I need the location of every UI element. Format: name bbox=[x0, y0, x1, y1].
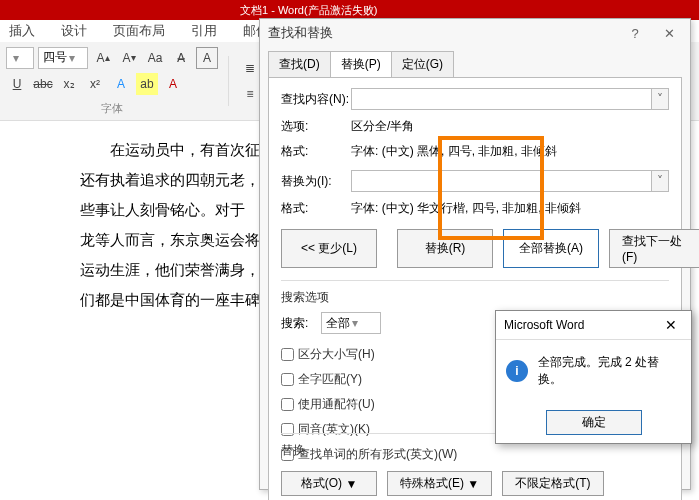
chk-whole[interactable]: 全字匹配(Y) bbox=[281, 371, 457, 388]
options-value: 区分全/半角 bbox=[351, 118, 669, 135]
find-format-label: 格式: bbox=[281, 143, 351, 160]
noformat-button[interactable]: 不限定格式(T) bbox=[502, 471, 603, 496]
underline-icon[interactable]: U bbox=[6, 73, 28, 95]
font-name-combo[interactable]: ▾ bbox=[6, 47, 34, 69]
special-button[interactable]: 特殊格式(E) ▼ bbox=[387, 471, 492, 496]
word-titlebar: 文档1 - Word(产品激活失败) bbox=[0, 0, 699, 20]
tab-insert[interactable]: 插入 bbox=[5, 20, 39, 42]
replace-section-title: 替换 bbox=[281, 442, 669, 459]
bullets-icon[interactable]: ≣ bbox=[239, 57, 261, 79]
clear-format-icon[interactable]: A̶ bbox=[170, 47, 192, 69]
replace-format-value: 字体: (中文) 华文行楷, 四号, 非加粗, 非倾斜 bbox=[351, 200, 669, 217]
superscript-icon[interactable]: x² bbox=[84, 73, 106, 95]
grow-font-icon[interactable]: A▴ bbox=[92, 47, 114, 69]
tab-goto[interactable]: 定位(G) bbox=[391, 51, 454, 77]
separator bbox=[228, 56, 229, 106]
replace-input[interactable]: ˅ bbox=[351, 170, 669, 192]
align-left-icon[interactable]: ≡ bbox=[239, 83, 261, 105]
tab-references[interactable]: 引用 bbox=[187, 20, 221, 42]
replace-button[interactable]: 替换(R) bbox=[397, 229, 493, 268]
dialog-tabs: 查找(D) 替换(P) 定位(G) bbox=[268, 51, 682, 77]
msgbox-titlebar[interactable]: Microsoft Word ✕ bbox=[496, 311, 691, 340]
highlight-icon[interactable]: ab bbox=[136, 73, 158, 95]
close-icon[interactable]: ✕ bbox=[656, 26, 682, 41]
tab-layout[interactable]: 页面布局 bbox=[109, 20, 169, 42]
ok-button[interactable]: 确定 bbox=[546, 410, 642, 435]
find-label: 查找内容(N): bbox=[281, 91, 351, 108]
chk-wild[interactable]: 使用通配符(U) bbox=[281, 396, 457, 413]
replace-format-label: 格式: bbox=[281, 200, 351, 217]
shrink-font-icon[interactable]: A▾ bbox=[118, 47, 140, 69]
font-size-combo[interactable]: 四号▾ bbox=[38, 47, 88, 69]
format-button[interactable]: 格式(O) ▼ bbox=[281, 471, 377, 496]
chk-case[interactable]: 区分大小写(H) bbox=[281, 346, 457, 363]
info-icon: i bbox=[506, 360, 528, 382]
help-icon[interactable]: ? bbox=[622, 26, 648, 41]
chevron-down-icon[interactable]: ˅ bbox=[651, 89, 668, 109]
close-icon[interactable]: ✕ bbox=[659, 317, 683, 333]
find-input[interactable]: ˅ bbox=[351, 88, 669, 110]
text-effects-icon[interactable]: A bbox=[110, 73, 132, 95]
dialog-titlebar[interactable]: 查找和替换 ? ✕ bbox=[260, 19, 690, 47]
char-border-icon[interactable]: A bbox=[196, 47, 218, 69]
chevron-down-icon[interactable]: ˅ bbox=[651, 171, 668, 191]
find-format-value: 字体: (中文) 黑体, 四号, 非加粗, 非倾斜 bbox=[351, 143, 669, 160]
options-label: 选项: bbox=[281, 118, 351, 135]
msgbox-title-text: Microsoft Word bbox=[504, 318, 584, 332]
tab-replace[interactable]: 替换(P) bbox=[330, 51, 392, 77]
less-button[interactable]: << 更少(L) bbox=[281, 229, 377, 268]
msgbox-text: 全部完成。完成 2 处替换。 bbox=[538, 354, 681, 388]
search-direction-combo[interactable]: 全部▾ bbox=[321, 312, 381, 334]
titlebar-text: 文档1 - Word(产品激活失败) bbox=[240, 3, 377, 18]
message-box: Microsoft Word ✕ i 全部完成。完成 2 处替换。 确定 bbox=[495, 310, 692, 444]
tab-design[interactable]: 设计 bbox=[57, 20, 91, 42]
search-options-title: 搜索选项 bbox=[281, 289, 669, 306]
replace-all-button[interactable]: 全部替换(A) bbox=[503, 229, 599, 268]
search-direction-label: 搜索: bbox=[281, 315, 321, 332]
tab-find[interactable]: 查找(D) bbox=[268, 51, 331, 77]
strike-icon[interactable]: abc bbox=[32, 73, 54, 95]
font-group-label: 字体 bbox=[6, 101, 218, 116]
font-color-icon[interactable]: A bbox=[162, 73, 184, 95]
change-case-icon[interactable]: Aa bbox=[144, 47, 166, 69]
replace-label: 替换为(I): bbox=[281, 173, 351, 190]
find-next-button[interactable]: 查找下一处(F) bbox=[609, 229, 699, 268]
subscript-icon[interactable]: x₂ bbox=[58, 73, 80, 95]
font-group: ▾ 四号▾ A▴ A▾ Aa A̶ A U abc x₂ x² A ab A 字… bbox=[6, 47, 218, 116]
dialog-title: 查找和替换 bbox=[268, 24, 333, 42]
